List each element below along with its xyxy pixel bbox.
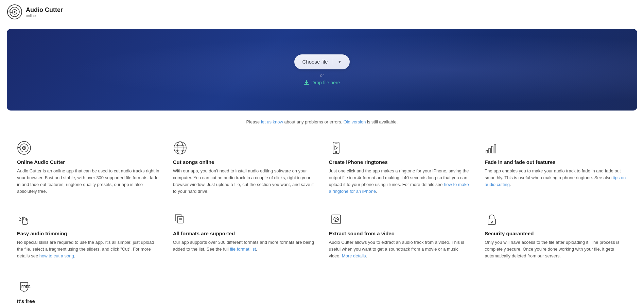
svg-point-7 <box>23 147 25 149</box>
feature-title-0: Online Audio Cutter <box>17 159 159 165</box>
let-us-know-link[interactable]: let us know <box>261 119 283 124</box>
feature-extract-sound: Extract sound from a video Audio Cutter … <box>322 207 478 268</box>
svg-point-3 <box>14 11 16 13</box>
download-icon <box>304 80 309 85</box>
svg-rect-16 <box>491 146 493 153</box>
feature-formats: All formats are supported Our app suppor… <box>166 207 322 268</box>
status-text-before: Please <box>246 119 261 124</box>
audio-cutter-icon <box>17 141 31 155</box>
more-details-link[interactable]: More details <box>342 253 366 258</box>
hand-icon <box>17 212 31 226</box>
feature-online-audio-cutter: Online Audio Cutter Audio Cutter is an o… <box>10 135 166 203</box>
features-grid: Online Audio Cutter Audio Cutter is an o… <box>0 129 644 207</box>
feature-iphone-ringtones: Create iPhone ringtones Just one click a… <box>322 135 478 203</box>
status-text-middle: about any problems or errors. <box>283 119 344 124</box>
svg-point-29 <box>491 221 493 222</box>
choose-file-label: Choose file <box>302 59 328 65</box>
logo-icon <box>7 4 22 20</box>
phone-icon <box>329 141 343 155</box>
feature-desc-3: The app enables you to make your audio t… <box>485 168 627 188</box>
chevron-down-icon: ▼ <box>338 60 342 64</box>
free-tag-icon: FREE <box>17 280 31 294</box>
feature-easy-trimming: Easy audio trimming No special skills ar… <box>10 207 166 268</box>
globe-icon <box>173 141 187 155</box>
music-note-icon <box>329 212 343 226</box>
hero-banner: Choose file ▼ or Drop file here <box>7 29 637 111</box>
ringtone-link[interactable]: how to make a ringtone for an iPhone <box>329 182 469 194</box>
file-formats-icon <box>173 212 187 226</box>
svg-point-13 <box>335 151 337 153</box>
svg-rect-14 <box>486 150 488 153</box>
svg-text:FREE: FREE <box>21 285 31 289</box>
feature-desc-7: Only you will have access to the file af… <box>485 239 627 259</box>
logo-text: Audio Cutter online <box>26 6 63 18</box>
feature-desc-1: With our app, you don't need to install … <box>173 168 315 195</box>
feature-title-2: Create iPhone ringtones <box>329 159 471 165</box>
logo: Audio Cutter online <box>7 4 63 20</box>
feature-title-3: Fade in and fade out features <box>485 159 627 165</box>
feature-desc-0: Audio Cutter is an online app that can b… <box>17 168 159 195</box>
feature-cut-songs: Cut songs online With our app, you don't… <box>166 135 322 203</box>
choose-file-button[interactable]: Choose file ▼ <box>294 54 350 69</box>
feature-title-1: Cut songs online <box>173 159 315 165</box>
feature-desc-4: No special skills are required to use th… <box>17 239 159 259</box>
feature-free: FREE It's free All features are availabl… <box>10 274 166 304</box>
svg-rect-26 <box>332 215 341 224</box>
svg-line-18 <box>20 218 21 219</box>
how-to-cut-link[interactable]: how to cut a song <box>39 253 74 258</box>
old-version-link[interactable]: Old version <box>344 119 366 124</box>
audio-tips-link[interactable]: tips on audio cutting <box>485 175 626 187</box>
header: Audio Cutter online <box>0 0 644 24</box>
status-text-after: is still available. <box>366 119 398 124</box>
or-text: or <box>320 73 324 78</box>
feature-desc-5: Our app supports over 300 different form… <box>173 239 315 253</box>
svg-rect-15 <box>489 148 490 153</box>
svg-rect-17 <box>494 144 496 153</box>
lock-icon <box>485 212 499 226</box>
feature-title-4: Easy audio trimming <box>17 231 159 236</box>
status-bar: Please let us know about any problems or… <box>0 115 644 129</box>
drop-file-label: Drop file here <box>311 80 340 85</box>
feature-title-7: Security guaranteed <box>485 231 627 236</box>
format-list-link[interactable]: file format list <box>230 247 256 252</box>
feature-title-5: All formats are supported <box>173 231 315 236</box>
svg-rect-28 <box>488 219 495 224</box>
features-bottom-grid: Easy audio trimming No special skills ar… <box>0 207 644 274</box>
feature-title-8: It's free <box>17 298 159 304</box>
feature-title-6: Extract sound from a video <box>329 231 471 236</box>
signal-bars-icon <box>485 141 499 155</box>
divider <box>333 58 333 65</box>
logo-title: Audio Cutter <box>26 6 63 14</box>
feature-security: Security guaranteed Only you will have a… <box>478 207 634 268</box>
logo-subtitle: online <box>26 14 63 18</box>
features-last-row: FREE It's free All features are availabl… <box>0 274 644 304</box>
feature-desc-6: Audio Cutter allows you to extract an au… <box>329 239 471 259</box>
feature-desc-2: Just one click and the app makes a ringt… <box>329 168 471 195</box>
drop-file-link[interactable]: Drop file here <box>304 80 340 85</box>
feature-fade: Fade in and fade out features The app en… <box>478 135 634 203</box>
